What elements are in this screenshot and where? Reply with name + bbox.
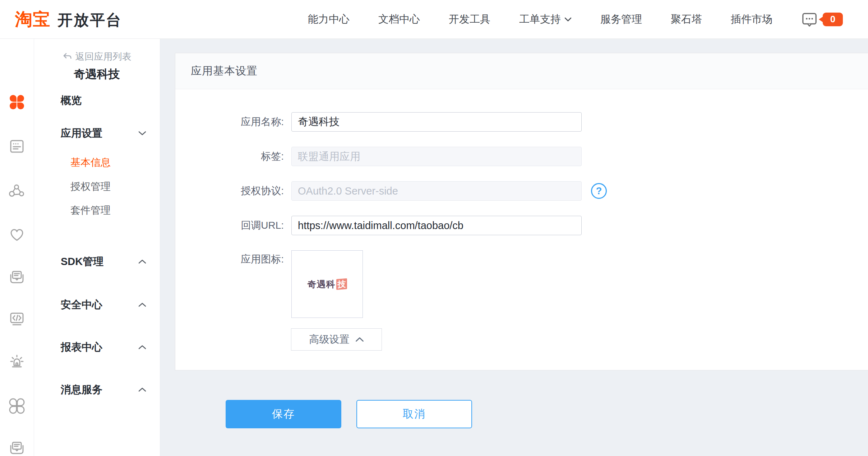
app-icon-label: 应用图标:	[175, 250, 288, 266]
inbox-doc-icon-2[interactable]	[8, 440, 26, 456]
chevron-up-icon	[138, 345, 146, 350]
sidebar-item-report-center[interactable]: 报表中心	[34, 342, 160, 352]
callback-url-input[interactable]	[291, 216, 582, 235]
form-row-callback-url: 回调URL:	[175, 216, 868, 235]
logo[interactable]: 淘宝 开放平台	[0, 8, 122, 31]
chevron-up-icon	[355, 337, 364, 342]
document-icon[interactable]	[8, 138, 26, 155]
apps-outline-icon[interactable]	[8, 397, 26, 415]
app-icon-logo-tile: 技	[336, 278, 347, 290]
sidebar-item-security-center[interactable]: 安全中心	[34, 299, 160, 310]
help-icon[interactable]: ?	[591, 183, 607, 199]
card-header: 应用基本设置	[175, 53, 868, 89]
sidebar-item-suite-management[interactable]: 套件管理	[34, 205, 160, 216]
top-nav: 能力中心 文档中心 开发工具 工单支持 服务管理 聚石塔 插件市场 0	[308, 11, 868, 28]
sidebar-item-auth-management[interactable]: 授权管理	[34, 181, 160, 192]
tags-label: 标签:	[175, 150, 288, 163]
taobao-logo: 淘宝	[15, 8, 50, 31]
app-icon-preview[interactable]: 奇遇科 技	[291, 250, 363, 318]
inbox-doc-icon[interactable]	[8, 269, 26, 286]
sidebar-item-overview[interactable]: 概览	[34, 95, 160, 106]
sidebar-item-basic-info[interactable]: 基本信息	[34, 157, 160, 168]
message-icon	[801, 11, 818, 28]
sidebar-item-app-settings[interactable]: 应用设置	[34, 128, 160, 138]
tags-input[interactable]	[291, 147, 582, 166]
message-count-badge: 0	[823, 13, 843, 26]
share-network-icon[interactable]	[8, 183, 26, 200]
callback-url-label: 回调URL:	[175, 219, 288, 232]
form-row-auth-protocol: 授权协议: ?	[175, 181, 868, 201]
chevron-down-icon	[138, 131, 146, 136]
form-row-app-icon: 应用图标: 奇遇科 技	[175, 250, 868, 318]
form-row-tags: 标签:	[175, 147, 868, 166]
app-name-label: 应用名称:	[175, 115, 288, 129]
form-row-app-name: 应用名称:	[175, 112, 868, 132]
nav-ticket-support[interactable]: 工单支持	[519, 12, 572, 27]
sidebar-app-name: 奇遇科技	[34, 68, 160, 80]
advanced-settings-button[interactable]: 高级设置	[291, 328, 382, 351]
nav-plugin-market[interactable]: 插件市场	[731, 12, 772, 27]
auth-protocol-label: 授权协议:	[175, 184, 288, 198]
cancel-button[interactable]: 取消	[356, 400, 472, 428]
top-header: 淘宝 开放平台 能力中心 文档中心 开发工具 工单支持 服务管理 聚石塔 插件市…	[0, 0, 868, 39]
app-icon-logo-text: 奇遇科	[308, 278, 336, 290]
chevron-up-icon	[138, 387, 146, 392]
nav-capability-center[interactable]: 能力中心	[308, 12, 350, 27]
sidebar-item-sdk-management[interactable]: SDK管理	[34, 256, 160, 267]
nav-jushita[interactable]: 聚石塔	[671, 12, 702, 27]
heart-icon[interactable]	[8, 226, 26, 243]
apps-icon-active[interactable]	[8, 94, 26, 111]
sidebar: 返回应用列表 奇遇科技 概览 应用设置 基本信息 授权管理 套件管理 SDK管理…	[34, 38, 160, 456]
card-body: 应用名称: 标签: 授权协议: ? 回调URL: 应用图标:	[175, 89, 868, 351]
nav-dev-tools[interactable]: 开发工具	[449, 12, 490, 27]
alarm-icon[interactable]	[8, 354, 26, 371]
chevron-down-icon	[564, 17, 572, 22]
open-platform-logo-text: 开放平台	[57, 10, 122, 30]
icon-rail	[0, 38, 34, 456]
app-name-input[interactable]	[291, 112, 582, 132]
save-button[interactable]: 保存	[226, 400, 341, 428]
code-monitor-icon[interactable]	[8, 310, 26, 328]
sidebar-item-message-service[interactable]: 消息服务	[34, 384, 160, 395]
auth-protocol-input[interactable]	[291, 181, 582, 201]
back-arrow-icon	[63, 53, 72, 60]
back-to-app-list-link[interactable]: 返回应用列表	[34, 51, 160, 61]
nav-service-management[interactable]: 服务管理	[600, 12, 642, 27]
chevron-up-icon	[138, 259, 146, 264]
page-title: 应用基本设置	[191, 64, 258, 78]
app-basic-settings-card: 应用基本设置 应用名称: 标签: 授权协议: ? 回调URL:	[175, 53, 868, 370]
nav-doc-center[interactable]: 文档中心	[378, 12, 420, 27]
message-center[interactable]: 0	[801, 11, 843, 28]
chevron-up-icon	[138, 302, 146, 307]
